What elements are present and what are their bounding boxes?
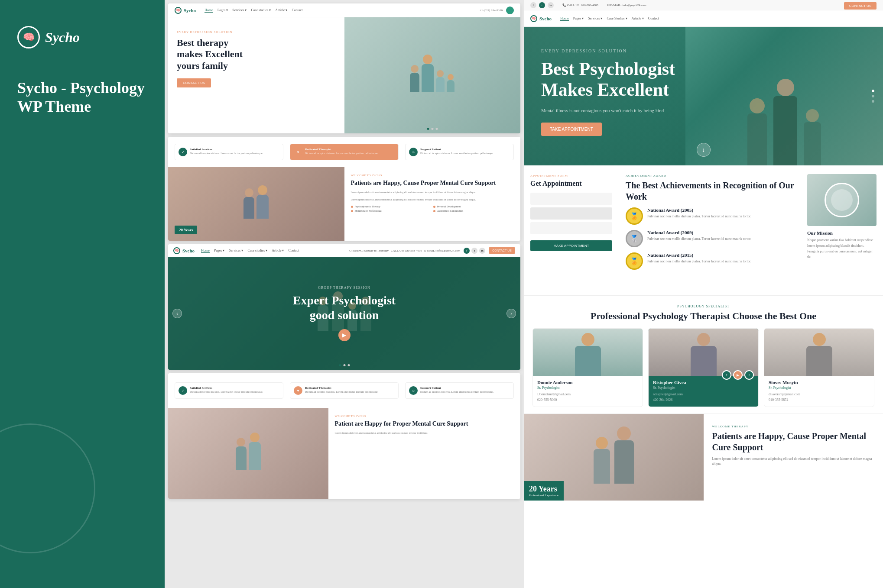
social-fb[interactable]: f <box>464 248 470 254</box>
hero-text-area: EVERY DEPRESSION SOLUTION Best therapy m… <box>168 17 344 133</box>
screen4-body: WELCOME TO SYCHO Patient are Happy for P… <box>168 408 520 499</box>
appt-eyebrow: APPOINTMENT FORM <box>530 174 612 178</box>
mission-text: Neque pransent varius fias habitant susp… <box>807 238 877 260</box>
therapist-contact-1: Donnidand@gmail.com 020-555-5000 <box>537 392 638 403</box>
right-nav-contact[interactable]: Contact <box>648 16 659 21</box>
appt-name-field[interactable] <box>530 193 612 205</box>
award-medal-3: 🏅 <box>626 252 643 270</box>
nav-contact[interactable]: Contact <box>292 8 302 13</box>
screenshots-right: f t in 📞 CALL US: 020-598-4005 ✉ E-MAIL:… <box>524 0 883 588</box>
screen2-services-bar: ✓ Satisfied Services Dictum ad inceptos … <box>168 137 520 167</box>
right-hero-btn[interactable]: TAKE APPOINTMENT <box>541 123 602 136</box>
appt-email-field[interactable] <box>530 207 612 220</box>
right-hero-title: Best Psychologist Makes Excellent <box>541 58 704 100</box>
award-desc-3: Pulvinar nec non mollis dictum platea. T… <box>647 259 751 264</box>
hero-scroll-btn[interactable]: ↓ <box>697 143 711 157</box>
nav-article[interactable]: Article ▾ <box>275 8 287 13</box>
screen3-nav-right: OPENING: Sunday to Thursday CALL US: 020… <box>349 247 515 254</box>
t-social-fb[interactable]: f <box>722 370 731 380</box>
ach-eyebrow: ACHIEVEMENT AWARD <box>626 174 801 178</box>
nav-case[interactable]: Case studies ▾ <box>251 8 271 13</box>
nav-pages[interactable]: Pages ▾ <box>218 8 228 13</box>
therapists-title: Professional Psychology Therapist Choose… <box>532 310 874 322</box>
right-nav-logo: 🧠 Sycho <box>530 15 552 22</box>
hero-cta-button[interactable]: CONTACT US <box>177 78 211 87</box>
appointment-panel: APPOINTMENT FORM Get Appointment MAKE AP… <box>524 165 619 295</box>
screen4-svc-3: ☺ Support Patient Dictum ad inceptos nis… <box>405 382 514 399</box>
feature-dot-3 <box>351 210 353 212</box>
award-title-3: National Award (2015) <box>647 252 751 258</box>
right-nav-case[interactable]: Case Studies ▾ <box>607 16 627 21</box>
service-label-1: Satisfied Services <box>190 148 263 151</box>
screen3-nav-links: Home Pages ▾ Services ▾ Case studies ▾ A… <box>201 249 299 253</box>
right-nav-article[interactable]: Article ▾ <box>632 16 644 21</box>
screenshot-2: ✓ Satisfied Services Dictum ad inceptos … <box>168 137 520 241</box>
screenshot-3: 🧠 Sycho Home Pages ▾ Services ▾ Case stu… <box>168 244 520 370</box>
award-title-1: National Award (2005) <box>647 207 751 213</box>
social-tw[interactable]: t <box>471 248 477 254</box>
t-social-play[interactable]: ▶ <box>733 370 743 380</box>
right-content: 🧠 Sycho Home Pages ▾ Services ▾ Case stu… <box>165 0 883 588</box>
feature-3: Mindtherapy Professional <box>351 210 432 212</box>
nav-home[interactable]: Home <box>205 8 213 13</box>
features-list: Psychodynamic Therapy Personal Developme… <box>351 205 514 212</box>
side-dot-3 <box>872 100 874 103</box>
welcome-para1: Lorem ipsum dolor sit amet consectetur a… <box>351 191 514 194</box>
award-medal-1: 🏅 <box>626 207 643 225</box>
feature-dot-4 <box>433 210 435 212</box>
t-social-tw[interactable]: t <box>744 370 754 380</box>
mission-title: Our Mission <box>807 230 877 236</box>
therapist-info-2: f ▶ t Ristopher Givea Sr. Psychologist n… <box>649 376 758 407</box>
right-hero-eyebrow: EVERY DEPRESSION SOLUTION <box>541 48 704 53</box>
right-hero-section: EVERY DEPRESSION SOLUTION Best Psycholog… <box>524 27 883 165</box>
therapist-photo-1 <box>533 329 643 376</box>
screen3-arrows: ‹ › <box>168 309 520 318</box>
award-medal-2: 🥈 <box>626 230 643 247</box>
therapist-contact-2: ndispher@gmail.com 420-264-2026 <box>653 392 754 403</box>
side-dot-1 <box>872 90 874 92</box>
therapist-social-btns: f ▶ t <box>722 370 754 380</box>
nav-services[interactable]: Services ▾ <box>232 8 247 13</box>
nav-links-sm: Home Pages ▾ Services ▾ Case studies ▾ A… <box>205 8 302 13</box>
service-card-1: ✓ Satisfied Services Dictum ad inceptos … <box>175 144 283 160</box>
feature-4: Assessment Consultation <box>433 210 514 212</box>
slide-dots <box>427 128 438 130</box>
therapist-info-1: Donnie Anderson Sr. Psychologist Donnida… <box>533 376 643 407</box>
next-arrow[interactable]: › <box>506 309 516 318</box>
service-card-3: ☺ Support Patient Dictum ad inceptos nis… <box>405 144 514 160</box>
appt-phone-field[interactable] <box>530 222 612 234</box>
screen1-hero: EVERY DEPRESSION SOLUTION Best therapy m… <box>168 17 520 133</box>
prev-arrow[interactable]: ‹ <box>172 309 182 318</box>
social-in-right[interactable]: in <box>548 2 554 8</box>
ach-image <box>807 174 877 226</box>
screen4-content: WELCOME TO SYCHO Patient are Happy for P… <box>328 408 520 499</box>
social-fb-right[interactable]: f <box>530 2 536 8</box>
contact-btn-right[interactable]: CONTACT US <box>844 2 877 10</box>
therapists-section: PSYCHOLOGY SPECIALIST Professional Psych… <box>524 295 883 414</box>
therapist-photo-2 <box>649 329 758 376</box>
feature-1: Psychodynamic Therapy <box>351 205 432 208</box>
screen3-nav: 🧠 Sycho Home Pages ▾ Services ▾ Case stu… <box>168 244 520 257</box>
contact-btn-screen3[interactable]: CONTACT US <box>489 247 515 254</box>
screenshot-4: ✓ Satisfied Services Dictum ad inceptos … <box>168 373 520 499</box>
right-nav-services[interactable]: Services ▾ <box>588 16 602 21</box>
screen2-image: 20 Years <box>168 167 344 241</box>
people-silhouettes <box>410 55 454 97</box>
feature-2: Personal Development <box>433 205 514 208</box>
social-tw-right[interactable]: t <box>539 2 545 8</box>
right-nav-home[interactable]: Home <box>560 16 569 21</box>
screenshots-left: 🧠 Sycho Home Pages ▾ Services ▾ Case stu… <box>165 0 524 588</box>
appt-submit-btn[interactable]: MAKE APPOINTMENT <box>530 240 612 251</box>
nav-logo-circle: 🧠 <box>175 7 182 14</box>
social-in[interactable]: in <box>479 248 485 254</box>
service-label-2: Dedicated Therapist <box>305 148 378 151</box>
screen2-content: WELCOME TO SYCHO Patients are Happy, Cau… <box>344 167 521 241</box>
welcome-para2: Lorem ipsum dolor sit amet consectetur a… <box>351 198 514 202</box>
award-2: 🥈 National Award (2009) Pulvinar nec non… <box>626 230 801 247</box>
screen3-play-btn[interactable]: ▶ <box>338 329 351 341</box>
hero-image-area <box>344 17 521 133</box>
award-title-2: National Award (2009) <box>647 230 751 235</box>
slide-dot-3 <box>347 364 350 366</box>
years-exp-badge: 20 Years Professional Experience <box>524 481 564 501</box>
right-nav-pages[interactable]: Pages ▾ <box>573 16 584 21</box>
